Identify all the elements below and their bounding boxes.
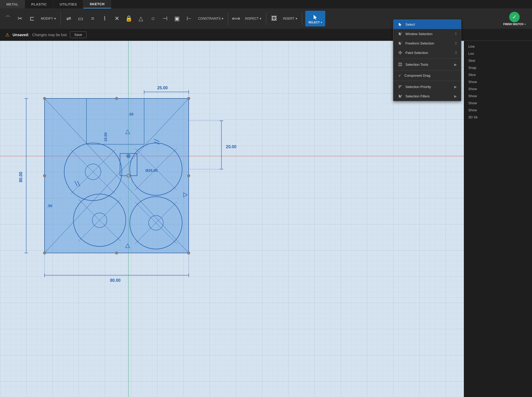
tangent-tool[interactable]: ⌇ <box>99 11 111 26</box>
svg-text:.50: .50 <box>47 204 52 208</box>
tab-sketch[interactable]: SKETCH <box>83 0 111 8</box>
svg-rect-81 <box>399 65 402 66</box>
svg-rect-77 <box>400 51 400 52</box>
panel-item-slice[interactable]: Slice <box>464 71 532 78</box>
window-selection-icon <box>398 31 403 36</box>
menu-item-selection-filters[interactable]: Selection Filters ▶ <box>393 91 461 101</box>
lock-tool[interactable]: 🔒 <box>123 11 135 26</box>
window-selection-shortcut: 1 <box>455 32 457 36</box>
svg-rect-75 <box>398 52 399 53</box>
coincident-tool[interactable]: ✕ <box>111 11 123 26</box>
modify-dropdown[interactable]: MODIFY ▾ <box>38 11 58 26</box>
rectangle-tool[interactable]: ▭ <box>75 11 86 26</box>
menu-item-paint-selection[interactable]: Paint Selection 3 <box>393 48 461 57</box>
menu-selection-tools-label: Selection Tools <box>405 63 428 67</box>
rect2-tool[interactable]: ▣ <box>171 11 183 26</box>
constraints-label: CONSTRAINTS <box>198 17 221 20</box>
panel-item-show4[interactable]: Show <box>464 100 532 107</box>
panel-item-loo[interactable]: Loo <box>464 50 532 57</box>
save-button[interactable]: Save <box>70 31 87 38</box>
svg-rect-84 <box>399 87 400 88</box>
insert-label: INSERT <box>283 17 295 20</box>
insert-group: 🖼 INSERT ▾ <box>268 11 300 26</box>
menu-item-selection-priority[interactable]: Selection Priority ▶ <box>393 82 461 91</box>
inspect-dropdown[interactable]: INSPECT ▾ <box>242 11 264 26</box>
triangle-icon: △ <box>139 16 143 21</box>
svg-point-68 <box>127 174 130 177</box>
insert-dropdown[interactable]: INSERT ▾ <box>280 11 300 26</box>
constraints-arrow: ▾ <box>222 17 223 20</box>
svg-point-26 <box>126 154 131 158</box>
insert-arrow: ▾ <box>296 17 297 20</box>
separator-1 <box>61 12 61 25</box>
horizontal-tool[interactable]: ⇌ <box>63 11 74 26</box>
separator-2 <box>228 12 228 25</box>
menu-item-freeform-selection[interactable]: Freeform Selection 2 <box>393 38 461 48</box>
measure-tool[interactable]: ⟺ <box>230 11 242 26</box>
menu-item-select[interactable]: Select <box>393 20 461 29</box>
svg-rect-82 <box>399 85 402 86</box>
svg-point-62 <box>187 252 190 254</box>
curve-tool[interactable]: ⌒ <box>2 11 14 26</box>
svg-rect-79 <box>399 64 402 65</box>
menu-selection-priority-label: Selection Priority <box>405 85 431 89</box>
svg-rect-78 <box>400 53 400 54</box>
selection-filters-icon <box>398 93 403 99</box>
select-menu-icon <box>398 22 403 27</box>
rectangle-icon: ▭ <box>78 16 83 21</box>
rect2-icon: ▣ <box>174 16 180 21</box>
finish-sketch-icon: ✓ <box>509 12 520 22</box>
selection-priority-arrow: ▶ <box>454 85 457 89</box>
constraints-dropdown[interactable]: CONSTRAINTS ▾ <box>196 11 226 26</box>
menu-item-component-drag[interactable]: ✓ Component Drag <box>393 71 461 80</box>
freeform-selection-shortcut: 2 <box>455 41 457 45</box>
svg-text:80.00: 80.00 <box>19 172 23 182</box>
circle-icon: ○ <box>151 16 155 21</box>
panel-item-3dsk[interactable]: 3D Sk <box>464 114 532 121</box>
inspect-label: INSPECT <box>245 17 259 20</box>
svg-rect-80 <box>399 63 402 63</box>
image-tool[interactable]: 🖼 <box>268 11 280 26</box>
midpoint-tool[interactable]: ⊣ <box>159 11 171 26</box>
menu-item-window-selection[interactable]: Window Selection 1 <box>393 29 461 38</box>
trim-tool[interactable]: ✂ <box>14 11 26 26</box>
svg-point-63 <box>43 252 46 254</box>
lock-icon: 🔒 <box>125 16 132 21</box>
svg-marker-69 <box>399 23 401 26</box>
component-drag-checkmark: ✓ <box>398 74 402 78</box>
finish-sketch-label: FINISH SKETCH <box>503 23 523 26</box>
panel-item-show3[interactable]: Show <box>464 92 532 100</box>
curve-icon: ⌒ <box>5 16 11 21</box>
split-tool[interactable]: ⊢ <box>183 11 195 26</box>
menu-item-selection-tools[interactable]: Selection Tools ▶ <box>393 60 461 69</box>
panel-item-show1[interactable]: Show <box>464 78 532 85</box>
tab-utilities[interactable]: UTILITIES <box>53 0 83 8</box>
panel-item-sket[interactable]: Sket <box>464 57 532 64</box>
selection-filters-arrow: ▶ <box>454 94 457 98</box>
finish-sketch-button[interactable]: ✓ FINISH SKETCH ▾ <box>499 11 530 26</box>
svg-point-60 <box>43 97 46 100</box>
menu-select-label: Select <box>405 23 415 26</box>
panel-item-show5[interactable]: Show <box>464 107 532 114</box>
freeform-selection-icon <box>398 41 403 46</box>
offset-tool[interactable]: ⊏ <box>26 11 38 26</box>
svg-rect-76 <box>401 52 402 53</box>
panel-item-snap[interactable]: Snap <box>464 64 532 71</box>
unsaved-label: Unsaved: <box>13 33 29 37</box>
panel-item-line[interactable]: Line <box>464 43 532 50</box>
circle-tool[interactable]: ○ <box>147 11 159 26</box>
trim-icon: ✂ <box>18 16 22 21</box>
panel-item-show2[interactable]: Show <box>464 85 532 92</box>
split-icon: ⊢ <box>187 16 192 21</box>
coincident-icon: ✕ <box>115 16 119 21</box>
modify-label: MODIFY <box>41 17 53 20</box>
right-panel: Curv ▼ O Line Loo Sket Snap Slice Show S… <box>464 29 532 397</box>
menu-freeform-selection-label: Freeform Selection <box>405 41 434 45</box>
triangle-tool[interactable]: △ <box>135 11 147 26</box>
menu-separator-1 <box>393 58 461 59</box>
equal-tool[interactable]: = <box>87 11 99 26</box>
tab-plastic[interactable]: PLASTIC <box>25 0 53 8</box>
select-button[interactable]: SELECT ▾ <box>305 11 325 26</box>
inspect-group: ⟺ INSPECT ▾ <box>230 11 264 26</box>
tab-metal[interactable]: METAL <box>0 0 25 8</box>
